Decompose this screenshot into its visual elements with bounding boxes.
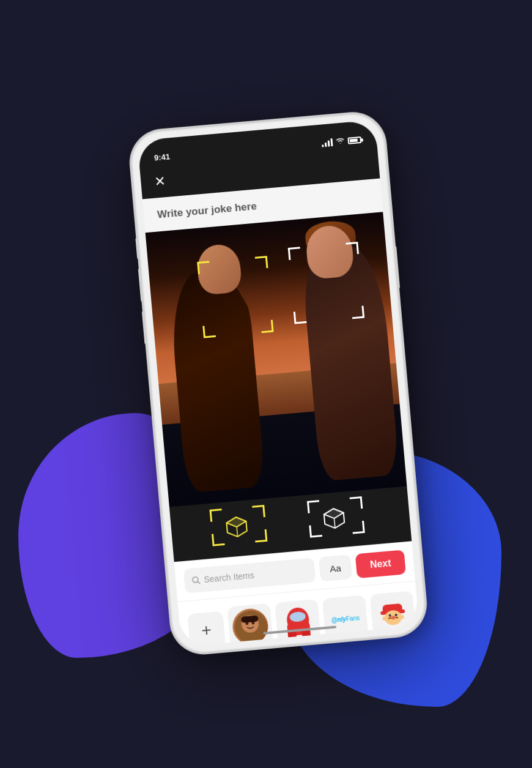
onlyfans-text: @nlyFans (331, 614, 360, 623)
ar-corner-br-white (352, 520, 365, 534)
ar-corner-tr-yellow (252, 504, 265, 518)
phone-body: 9:41 (127, 110, 429, 656)
corner-bl-yellow (202, 324, 216, 338)
signal-bar-3 (328, 140, 330, 146)
close-button[interactable]: ✕ (154, 174, 166, 188)
ar-group-yellow (210, 504, 275, 552)
signal-bar-4 (330, 138, 333, 146)
ar-corner-bl-white (309, 524, 322, 538)
wifi-icon (335, 136, 345, 146)
sticker-among-us[interactable] (275, 598, 321, 645)
svg-marker-1 (226, 516, 246, 528)
ar-group-white (307, 496, 372, 543)
ar-corner-bl-yellow (212, 532, 225, 546)
signal-bar-1 (322, 144, 323, 147)
image-scene-area (146, 212, 407, 507)
corner-tl-yellow (197, 261, 210, 274)
next-button[interactable]: Next (355, 550, 406, 578)
among-us-svg (283, 603, 313, 641)
svg-line-7 (334, 518, 335, 528)
status-time: 9:41 (153, 152, 170, 162)
among-us-icon (278, 602, 317, 643)
kanye-face (231, 606, 270, 645)
ar-cube-yellow (223, 513, 250, 542)
search-icon (191, 575, 201, 584)
search-bar[interactable]: Search Items (183, 557, 316, 593)
sticker-kanye[interactable] (227, 603, 273, 646)
phone-screen: 9:41 (137, 119, 419, 646)
mario-icon (374, 594, 412, 633)
ar-corner-tl-yellow (210, 509, 223, 522)
sticker-mario[interactable] (370, 590, 416, 636)
ar-cube-white (321, 505, 348, 534)
battery-fill (350, 138, 358, 142)
corner-br-yellow (260, 319, 274, 333)
corner-tr-yellow (255, 256, 268, 269)
svg-line-11 (198, 581, 200, 584)
ar-corner-tl-white (307, 500, 320, 513)
corner-tr-white (345, 242, 359, 255)
kanye-icon (231, 606, 270, 645)
mario-svg (375, 596, 410, 630)
ar-corner-br-yellow (254, 529, 268, 542)
status-icons (321, 135, 361, 147)
detection-box-yellow (197, 256, 273, 338)
corner-bl-white (294, 310, 307, 324)
signal-bar-2 (325, 142, 327, 146)
add-sticker-button[interactable]: + (187, 611, 226, 647)
corner-tl-white (288, 247, 301, 260)
signal-icon (321, 138, 333, 147)
onlyfans-logo: @nlyFans (328, 608, 363, 627)
battery-icon (347, 136, 361, 144)
joke-placeholder-text: Write your joke here (157, 199, 257, 220)
sticker-onlyfans[interactable]: @nlyFans (322, 594, 369, 641)
svg-marker-6 (323, 507, 344, 519)
search-placeholder: Search Items (204, 570, 255, 584)
font-button[interactable]: Aa (319, 554, 352, 581)
phone-device: 9:41 (127, 110, 429, 656)
svg-line-2 (237, 527, 237, 537)
detection-box-white (288, 242, 364, 324)
corner-br-white (351, 305, 364, 319)
ar-corner-tr-white (350, 496, 363, 510)
